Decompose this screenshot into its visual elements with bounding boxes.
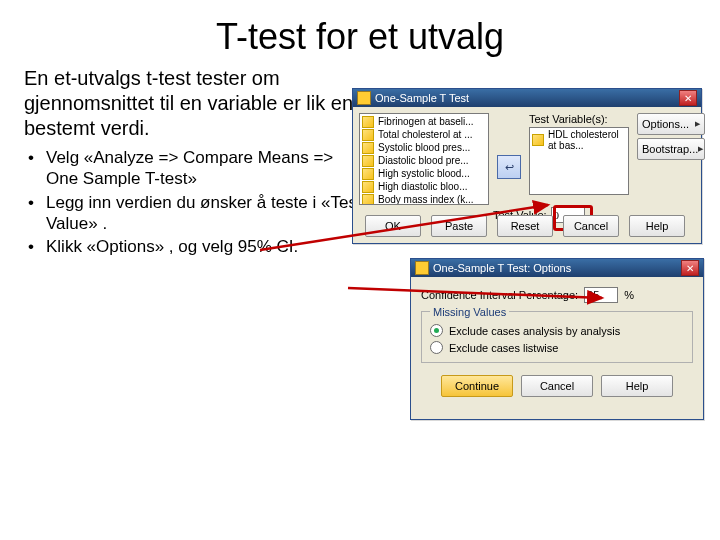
options-button[interactable]: Options...▶: [637, 113, 705, 135]
close-icon[interactable]: ✕: [679, 90, 697, 106]
app-icon: [415, 261, 429, 275]
cancel-button[interactable]: Cancel: [563, 215, 619, 237]
one-sample-ttest-dialog: One-Sample T Test ✕ Fibrinogen at baseli…: [352, 88, 702, 244]
scale-icon: [532, 134, 544, 146]
scale-icon: [362, 129, 374, 141]
radio-icon: [430, 341, 443, 354]
list-item: Diastolic blood pre...: [362, 154, 486, 167]
test-variables-list[interactable]: HDL cholesterol at bas...: [529, 127, 629, 195]
dialog-titlebar[interactable]: One-Sample T Test: Options ✕: [411, 259, 703, 277]
scale-icon: [362, 142, 374, 154]
scale-icon: [362, 168, 374, 180]
cancel-button[interactable]: Cancel: [521, 375, 593, 397]
percent-label: %: [624, 289, 634, 301]
radio-listwise[interactable]: Exclude cases listwise: [430, 341, 684, 354]
slide-title: T-test for et utvalg: [0, 16, 720, 58]
move-variable-button[interactable]: ↩: [497, 155, 521, 179]
paste-button[interactable]: Paste: [431, 215, 487, 237]
chevron-right-icon: ▶: [698, 145, 703, 153]
bullet-item: Legg inn verdien du ønsker å teste i «Te…: [28, 192, 368, 235]
dialog-button-row: Continue Cancel Help: [421, 375, 693, 397]
bullet-item: Velg «Analyze => Compare Means => One Sa…: [28, 147, 368, 190]
app-icon: [357, 91, 371, 105]
test-variables-label: Test Variable(s):: [529, 113, 608, 125]
radio-analysis-by-analysis[interactable]: Exclude cases analysis by analysis: [430, 324, 684, 337]
list-item: HDL cholesterol at bas...: [532, 129, 626, 151]
list-item: Body mass index (k...: [362, 193, 486, 205]
dialog-button-row: OK Paste Reset Cancel Help: [365, 215, 685, 237]
chevron-right-icon: ▶: [695, 120, 700, 128]
list-item: High systolic blood...: [362, 167, 486, 180]
radio-icon: [430, 324, 443, 337]
source-variables-list[interactable]: Fibrinogen at baseli... Total cholestero…: [359, 113, 489, 205]
dialog-titlebar[interactable]: One-Sample T Test ✕: [353, 89, 701, 107]
scale-icon: [362, 181, 374, 193]
bootstrap-button[interactable]: Bootstrap...▶: [637, 138, 705, 160]
missing-values-group: Missing Values Exclude cases analysis by…: [421, 311, 693, 363]
arrow-right-icon: ↩: [505, 161, 514, 174]
scale-icon: [362, 194, 374, 206]
ok-button[interactable]: OK: [365, 215, 421, 237]
scale-icon: [362, 116, 374, 128]
scale-icon: [362, 155, 374, 167]
ci-label: Confidence Interval Percentage:: [421, 289, 578, 301]
options-dialog: One-Sample T Test: Options ✕ Confidence …: [410, 258, 704, 420]
list-item: Total cholesterol at ...: [362, 128, 486, 141]
list-item: Fibrinogen at baseli...: [362, 115, 486, 128]
reset-button[interactable]: Reset: [497, 215, 553, 237]
instruction-list: Velg «Analyze => Compare Means => One Sa…: [28, 147, 368, 257]
group-label: Missing Values: [430, 306, 509, 318]
close-icon[interactable]: ✕: [681, 260, 699, 276]
dialog-title: One-Sample T Test: [375, 92, 675, 104]
intro-text: En et-utvalgs t-test tester om gjennomsn…: [24, 66, 354, 141]
list-item: High diastolic bloo...: [362, 180, 486, 193]
help-button[interactable]: Help: [629, 215, 685, 237]
continue-button[interactable]: Continue: [441, 375, 513, 397]
list-item: Systolic blood pres...: [362, 141, 486, 154]
ci-input[interactable]: [584, 287, 618, 303]
dialog-title: One-Sample T Test: Options: [433, 262, 677, 274]
bullet-item: Klikk «Options» , og velg 95% CI.: [28, 236, 368, 257]
help-button[interactable]: Help: [601, 375, 673, 397]
